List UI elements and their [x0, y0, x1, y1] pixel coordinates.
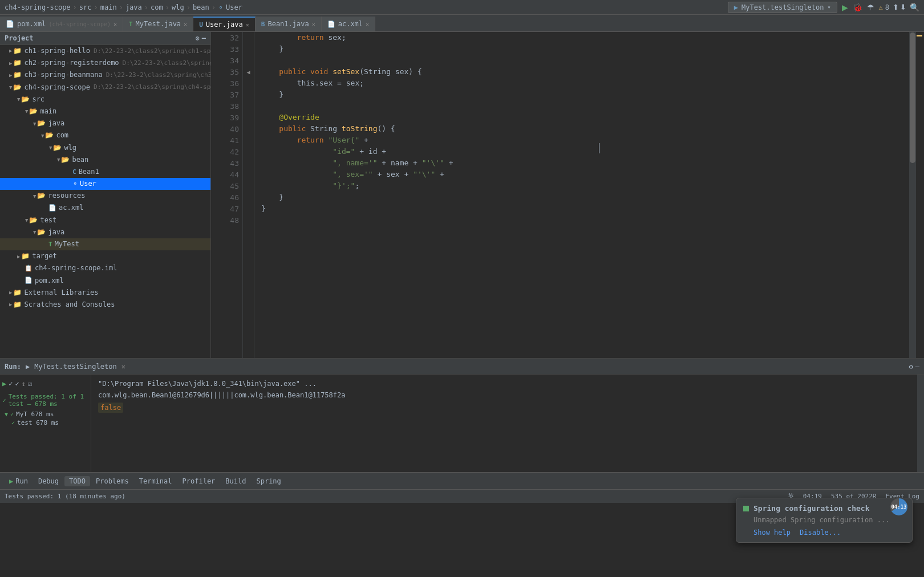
output-scrollbar[interactable] [917, 375, 924, 472]
toolbar-debug-btn[interactable]: Debug [34, 476, 63, 486]
project-tree: ▶ 📁 ch1-spring-hello D:\22-23-2\class2\s… [0, 45, 210, 311]
sidebar-options[interactable]: ⚙ [196, 34, 200, 42]
code-line-37: } [261, 89, 902, 100]
tab-pomxml-close[interactable]: ✕ [114, 21, 117, 27]
test-check2[interactable]: ✓ [15, 380, 19, 388]
sidebar-item-ch4[interactable]: ▼ 📂 ch4-spring-scope D:\22-23-2\class2\s… [0, 82, 210, 94]
tab-mytest[interactable]: T MyTest.java ✕ [123, 17, 193, 31]
sidebar-item-ch3[interactable]: ▶ 📁 ch3-spring-beanmana D:\22-23-2\class… [0, 69, 210, 81]
run-settings-btn[interactable]: ⚙ [909, 363, 913, 371]
nav-forward[interactable]: ⬇ [900, 3, 906, 11]
notif-show-help[interactable]: Show help [753, 529, 791, 537]
warning-count: 8 [885, 3, 889, 11]
test-status: ✓ Tests passed: 1 of 1 test – 678 ms [2, 393, 88, 408]
run-minimize-btn[interactable]: — [915, 363, 919, 371]
toolbar-profiler-btn[interactable]: Profiler [178, 476, 220, 486]
run-header: Run: ▶ MyTest.testSingleton ✕ ⚙ — [0, 359, 924, 375]
tab-mytest-close[interactable]: ✕ [184, 21, 187, 27]
sidebar-item-mytest[interactable]: T MyTest [0, 238, 210, 250]
code-line-33: } [261, 43, 902, 55]
line-numbers: 32 33 34 35 36 37 38 39 40 41 42 43 44 4… [211, 32, 243, 358]
rerun-btn[interactable]: ▶ [2, 380, 6, 388]
margin-indicators [916, 32, 924, 358]
tab-pomxml-icon: 📄 [6, 20, 14, 28]
test-tree-item-1[interactable]: ▼ ✓ MyT 678 ms [2, 410, 88, 418]
sidebar-item-ext-libs[interactable]: ▶ 📁 External Libraries [0, 287, 210, 299]
sidebar-item-wlg[interactable]: ▼ 📂 wlg [0, 142, 210, 154]
toolbar-spring-btn[interactable]: Spring [252, 476, 285, 486]
tab-bean1[interactable]: B Bean1.java ✕ [256, 17, 322, 31]
sidebar-item-bean[interactable]: ▼ 📂 bean [0, 154, 210, 166]
editor-gutter: ◀ [243, 32, 254, 358]
test-passed-text: Tests passed: 1 of 1 test – 678 ms [9, 393, 88, 408]
notif-disable[interactable]: Disable... [800, 529, 841, 537]
sidebar-item-test-java[interactable]: ▼ 📂 java [0, 226, 210, 238]
code-line-46: } [261, 192, 902, 203]
run-button[interactable]: ▶ [841, 2, 849, 13]
search-button[interactable]: 🔍 [910, 3, 919, 12]
tab-user-close[interactable]: ✕ [246, 22, 249, 28]
test-tree-item-2[interactable]: ✓ test 678 ms [2, 418, 88, 427]
tab-pomxml[interactable]: 📄 pom.xml (ch4-spring-scope) ✕ [0, 17, 123, 31]
main-area: Project ⚙ — ▶ 📁 ch1-spring-hello D:\22-2… [0, 32, 924, 358]
sidebar-item-bean1[interactable]: C Bean1 [0, 166, 210, 178]
sidebar-item-java[interactable]: ▼ 📂 java [0, 117, 210, 129]
code-area[interactable]: return sex; } public void setSex(String … [254, 32, 909, 358]
sidebar-header: Project ⚙ — [0, 32, 210, 45]
toolbar-actions: ▶ 🐞 ☂ [841, 2, 876, 13]
sidebar-item-resources[interactable]: ▼ 📂 resources [0, 190, 210, 202]
run-content: ▶ ✓ ✓ ↕ ☑ ✓ Tests passed: 1 of 1 test – … [0, 375, 924, 472]
toolbar-run-btn[interactable]: ▶ Run [5, 476, 33, 486]
tab-bean1-close[interactable]: ✕ [312, 21, 315, 27]
sidebar-item-ch1[interactable]: ▶ 📁 ch1-spring-hello D:\22-23-2\class2\s… [0, 45, 210, 57]
run-config-icon: ▶ [734, 3, 738, 11]
toolbar-build-btn[interactable]: Build [221, 476, 250, 486]
notif-actions: Show help Disable... [743, 529, 905, 537]
tab-user[interactable]: U User.java ✕ [193, 17, 256, 31]
sidebar-item-ch2[interactable]: ▶ 📁 ch2-spring-registerdemo D:\22-23-2\c… [0, 57, 210, 69]
editor-scrollbar[interactable] [909, 32, 916, 358]
sidebar-minimize[interactable]: — [202, 34, 206, 42]
sidebar-item-target[interactable]: ▶ 📁 target [0, 250, 210, 262]
ln-32: 32 [211, 32, 242, 43]
sidebar-item-iml[interactable]: 📋 ch4-spring-scope.iml [0, 262, 210, 274]
tab-acxml-close[interactable]: ✕ [366, 21, 369, 27]
notif-title: Spring configuration check [753, 504, 870, 513]
code-line-45: "}';"; [261, 180, 902, 192]
toolbar-todo-btn[interactable]: TODO [64, 476, 90, 486]
test-check1[interactable]: ✓ [9, 380, 13, 388]
timer-badge: 04:13 [889, 497, 909, 517]
sidebar-item-main[interactable]: ▼ 📂 main [0, 105, 210, 117]
sidebar-item-test[interactable]: ▼ 📂 test [0, 214, 210, 226]
tab-acxml[interactable]: 📄 ac.xml ✕ [322, 17, 375, 31]
tab-mytest-icon: T [129, 21, 133, 28]
toolbar-terminal-btn[interactable]: Terminal [135, 476, 177, 486]
sidebar-item-user[interactable]: ⚬ User [0, 178, 210, 190]
debug-button[interactable]: 🐞 [852, 2, 864, 13]
sidebar-item-pom[interactable]: 📄 pom.xml [0, 275, 210, 287]
code-line-44: ", sex='" + sex + "'\'" + [261, 169, 902, 180]
sidebar-item-acxml[interactable]: 📄 ac.xml [0, 202, 210, 214]
code-line-47: } [261, 203, 902, 214]
sidebar-item-scratches[interactable]: ▶ 📁 Scratches and Consoles [0, 299, 210, 311]
code-line-43: ", name='" + name + "'\'" + [261, 157, 902, 169]
code-line-36: this.sex = sex; [261, 78, 902, 89]
sidebar-item-src[interactable]: ▼ 📂 src [0, 94, 210, 105]
test-filter[interactable]: ☑ [28, 380, 32, 388]
nav-buttons: ⬆ ⬇ [893, 3, 906, 11]
top-right-controls: ▶ MyTest.testSingleton ▾ ▶ 🐞 ☂ ⚠ 8 ⬆ ⬇ 🔍 [728, 2, 919, 13]
sidebar-item-com[interactable]: ▼ 📂 com [0, 129, 210, 141]
test-sort[interactable]: ↕ [22, 380, 26, 388]
code-line-34 [261, 55, 902, 66]
code-line-38 [261, 100, 902, 112]
run-config-selector[interactable]: ▶ MyTest.testSingleton ▾ [728, 2, 837, 13]
nav-back[interactable]: ⬆ [893, 3, 899, 11]
run-config-label: MyTest.testSingleton [741, 3, 824, 11]
coverage-button[interactable]: ☂ [866, 2, 876, 13]
toolbar-problems-btn[interactable]: Problems [91, 476, 133, 486]
cursor [599, 143, 599, 153]
output-line-1: "D:\Program Files\Java\jdk1.8.0_341\bin\… [98, 378, 910, 389]
gutter-arrow-35: ◀ [243, 66, 254, 78]
output-line-3: false [98, 401, 910, 415]
bottom-panel: Run: ▶ MyTest.testSingleton ✕ ⚙ — ▶ ✓ ✓ … [0, 358, 924, 472]
